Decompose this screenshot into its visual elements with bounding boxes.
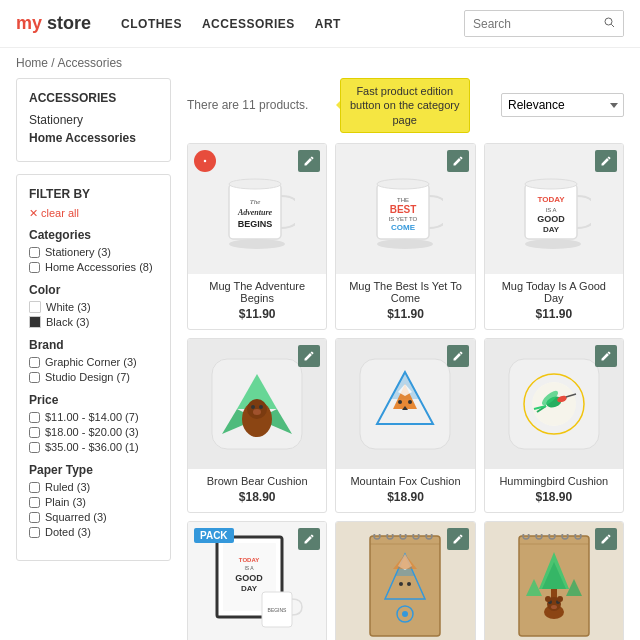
- svg-text:IS A: IS A: [546, 207, 557, 213]
- product-name: Mug Today Is A Good Day: [493, 280, 615, 304]
- product-image: TODAY IS A GOOD DAY: [485, 144, 623, 274]
- product-card-brown-bear-notebook: Brown Bear Notebook: [484, 521, 624, 640]
- svg-text:GOOD: GOOD: [538, 214, 566, 224]
- filter-item: $18.00 - $20.00 (3): [29, 426, 158, 438]
- quick-edit-button[interactable]: [595, 528, 617, 550]
- site-logo[interactable]: my store: [16, 13, 91, 34]
- product-info: Brown Bear Cushion $18.90: [188, 469, 326, 512]
- site-header: my store CLOTHES ACCESSORIES ART: [0, 0, 640, 48]
- filter-item: Black (3): [29, 316, 158, 328]
- quick-edit-button[interactable]: [298, 528, 320, 550]
- svg-text:BEGINS: BEGINS: [268, 607, 288, 613]
- quick-edit-button[interactable]: [595, 150, 617, 172]
- quick-edit-button[interactable]: [447, 150, 469, 172]
- svg-point-11: [377, 179, 429, 189]
- filter-checkbox-price-2[interactable]: [29, 427, 40, 438]
- product-info: Mountain Fox Cushion $18.90: [336, 469, 474, 512]
- pack-badge: PACK: [194, 528, 234, 543]
- breadcrumb: Home / Accessories: [0, 48, 640, 78]
- product-card-mountain-fox-cushion: Mountain Fox Cushion $18.90: [335, 338, 475, 513]
- svg-point-9: [377, 239, 433, 249]
- filter-label: $11.00 - $14.00 (7): [45, 411, 139, 423]
- breadcrumb-home[interactable]: Home: [16, 56, 48, 70]
- filter-item: Stationery (3): [29, 246, 158, 258]
- sort-select[interactable]: Relevance Name A to Z Name Z to A Price …: [501, 93, 624, 117]
- product-image: [485, 339, 623, 469]
- quick-edit-button[interactable]: [595, 345, 617, 367]
- svg-point-92: [557, 596, 563, 602]
- product-card-mug-best: THE BEST IS YET TO COME Mug The Best Is …: [335, 143, 475, 330]
- filter-label: Squarred (3): [45, 511, 107, 523]
- svg-text:TODAY: TODAY: [239, 557, 259, 563]
- svg-point-31: [253, 409, 261, 415]
- filter-item: Home Accessories (8): [29, 261, 158, 273]
- filter-label: Ruled (3): [45, 481, 90, 493]
- products-area: There are 11 products. Fast product edit…: [187, 78, 624, 640]
- svg-rect-58: [370, 536, 440, 636]
- filter-label: White (3): [46, 301, 91, 313]
- filter-group-title-color: Color: [29, 283, 158, 297]
- product-price: $11.90: [493, 307, 615, 321]
- nav-accessories[interactable]: ACCESSORIES: [202, 17, 295, 31]
- products-count: There are 11 products.: [187, 98, 308, 112]
- product-price: $18.90: [493, 490, 615, 504]
- svg-text:GOOD: GOOD: [235, 573, 263, 583]
- filter-checkbox-plain[interactable]: [29, 497, 40, 508]
- svg-text:IS YET TO: IS YET TO: [389, 216, 418, 222]
- filter-label: Plain (3): [45, 496, 86, 508]
- filter-checkbox-price-1[interactable]: [29, 412, 40, 423]
- clear-all-link[interactable]: ✕ clear all: [29, 207, 158, 220]
- quick-edit-button[interactable]: [298, 345, 320, 367]
- filter-item: Studio Design (7): [29, 371, 158, 383]
- product-info: Hummingbird Cushion $18.90: [485, 469, 623, 512]
- tooltip-box: Fast product edition button on the categ…: [340, 78, 470, 133]
- product-image: PACK TODAY IS A GOOD DAY BEGINS: [188, 522, 326, 640]
- svg-point-38: [398, 400, 402, 404]
- nav-art[interactable]: ART: [315, 17, 341, 31]
- filter-item: Graphic Corner (3): [29, 356, 158, 368]
- product-card-brown-bear-cushion: Brown Bear Cushion $18.90: [187, 338, 327, 513]
- search-input[interactable]: [465, 12, 595, 36]
- quick-edit-button[interactable]: [447, 528, 469, 550]
- svg-point-91: [545, 596, 551, 602]
- svg-point-70: [399, 582, 403, 586]
- product-card-mountain-fox-notebook: Mountain Fox Notebook: [335, 521, 475, 640]
- svg-point-0: [605, 18, 612, 25]
- products-header: There are 11 products. Fast product edit…: [187, 78, 624, 133]
- sidebar-item-home-accessories[interactable]: Home Accessories: [29, 131, 158, 145]
- filter-checkbox-studio-design[interactable]: [29, 372, 40, 383]
- filter-item: Plain (3): [29, 496, 158, 508]
- svg-point-5: [229, 179, 281, 189]
- svg-point-3: [229, 239, 285, 249]
- main-nav: CLOTHES ACCESSORIES ART: [121, 17, 464, 31]
- filter-checkbox-home-accessories[interactable]: [29, 262, 40, 273]
- filter-checkbox-graphic-corner[interactable]: [29, 357, 40, 368]
- filter-checkbox-doted[interactable]: [29, 527, 40, 538]
- search-box: [464, 10, 624, 37]
- quick-edit-button[interactable]: [298, 150, 320, 172]
- filter-checkbox-price-3[interactable]: [29, 442, 40, 453]
- cushion-svg-bird: [504, 354, 604, 454]
- filter-item: $35.00 - $36.00 (1): [29, 441, 158, 453]
- filter-item: Doted (3): [29, 526, 158, 538]
- svg-text:COME: COME: [391, 223, 416, 232]
- search-button[interactable]: [595, 11, 623, 36]
- sidebar-item-stationery[interactable]: Stationery: [29, 113, 158, 127]
- product-name: Hummingbird Cushion: [493, 475, 615, 487]
- breadcrumb-current: Accessories: [57, 56, 122, 70]
- quick-edit-red-button[interactable]: [194, 150, 216, 172]
- quick-edit-button[interactable]: [447, 345, 469, 367]
- svg-text:IS A: IS A: [245, 565, 255, 571]
- mug-svg-adventure: The Adventure BEGINS: [220, 164, 295, 254]
- filter-label: Doted (3): [45, 526, 91, 538]
- filter-checkbox-squarred[interactable]: [29, 512, 40, 523]
- svg-point-2: [204, 160, 207, 163]
- nav-clothes[interactable]: CLOTHES: [121, 17, 182, 31]
- product-info: Mug Today Is A Good Day $11.90: [485, 274, 623, 329]
- pack-svg: TODAY IS A GOOD DAY BEGINS: [207, 532, 307, 640]
- filter-checkbox-ruled[interactable]: [29, 482, 40, 493]
- product-image: The Adventure BEGINS: [188, 144, 326, 274]
- product-image: THE BEST IS YET TO COME: [336, 144, 474, 274]
- filter-label: Home Accessories (8): [45, 261, 153, 273]
- filter-checkbox-stationery[interactable]: [29, 247, 40, 258]
